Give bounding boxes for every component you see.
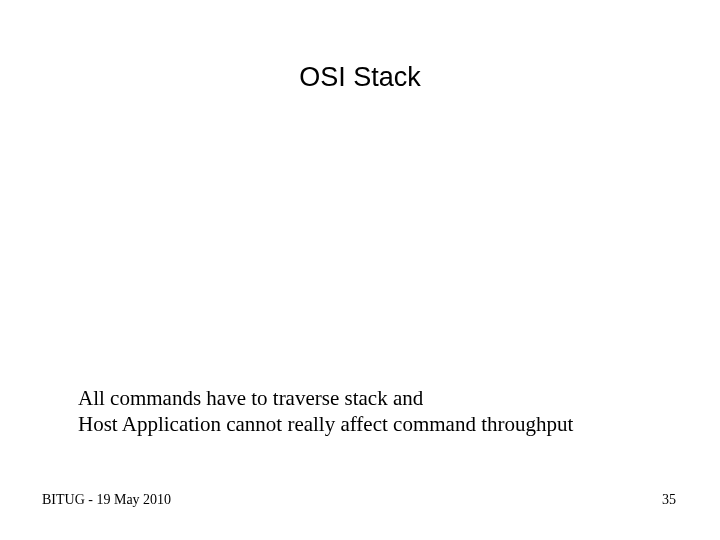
page-number: 35 — [662, 492, 676, 508]
footer-left: BITUG - 19 May 2010 — [42, 492, 171, 508]
body-line-1: All commands have to traverse stack and — [78, 385, 573, 411]
body-text: All commands have to traverse stack and … — [78, 385, 573, 438]
body-line-2: Host Application cannot really affect co… — [78, 411, 573, 437]
slide-title: OSI Stack — [0, 62, 720, 93]
slide: OSI Stack All commands have to traverse … — [0, 0, 720, 540]
